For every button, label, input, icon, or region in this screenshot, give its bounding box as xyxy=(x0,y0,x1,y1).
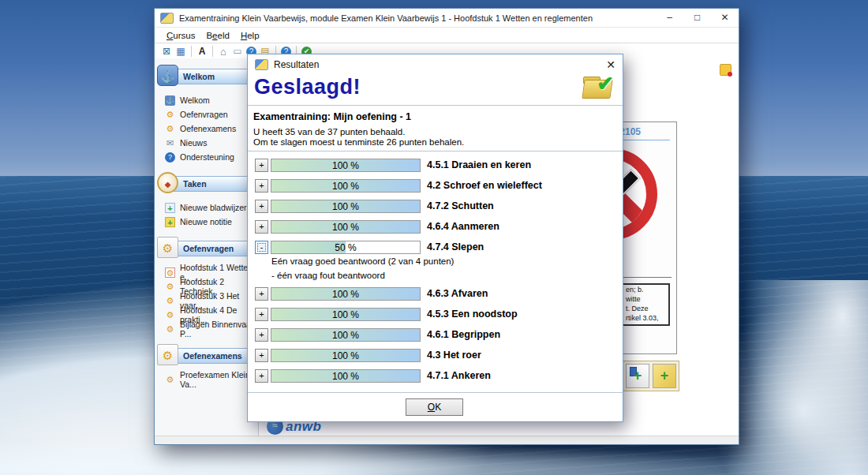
maximize-button[interactable]: □ xyxy=(683,9,711,27)
section-title: Taken xyxy=(166,176,256,192)
result-row: + 100 % 4.5.3 Een noodstop xyxy=(248,308,623,322)
question-icon: ? xyxy=(165,152,175,163)
progress-bar: 100 % xyxy=(271,308,421,321)
result-detail: - één vraag fout beantwoord xyxy=(271,271,385,280)
home-icon[interactable]: ⌂ xyxy=(217,46,230,58)
progress-bar: 100 % xyxy=(271,328,421,342)
section-title: Oefenexamens xyxy=(166,348,256,364)
section-title: Welkom xyxy=(166,69,256,84)
result-row: + 100 % 4.7.2 Schutten xyxy=(248,200,623,214)
progress-bar: 100 % xyxy=(271,200,421,213)
add-note-button[interactable]: + xyxy=(653,364,676,388)
section-header-taken[interactable]: ◆ Taken « xyxy=(155,174,258,195)
toolbar-separator xyxy=(191,46,192,57)
sidebar-item-ondersteuning[interactable]: ?Ondersteuning xyxy=(165,150,258,164)
sidebar-item-nieuws[interactable]: ✉Nieuws xyxy=(165,136,258,150)
gear-icon: ⚙ xyxy=(165,110,175,120)
progress-percent: 100 % xyxy=(271,350,420,362)
image-icon[interactable]: ▭ xyxy=(231,46,244,58)
topic-label: 4.6.3 Afvaren xyxy=(427,288,488,299)
add-note-icon: + xyxy=(165,217,175,227)
divider xyxy=(248,105,623,106)
gear-icon: ⚙ xyxy=(165,282,175,292)
anchor-icon: ⚓ xyxy=(165,95,175,106)
note-flag-icon[interactable] xyxy=(720,64,731,76)
menu-beeld[interactable]: Beeld xyxy=(200,31,234,40)
collapse-button[interactable]: - xyxy=(255,241,268,254)
menu-bar: Cursus Beeld Help xyxy=(155,27,739,43)
section-header-welkom[interactable]: ⚓ Welkom « xyxy=(155,66,258,88)
progress-percent: 100 % xyxy=(271,288,420,301)
progress-percent: 100 % xyxy=(271,200,420,213)
gear-icon: ⚙ xyxy=(165,375,175,385)
expand-button[interactable]: + xyxy=(255,159,268,172)
topic-label: 4.7.1 Ankeren xyxy=(427,370,491,381)
sidebar-item-proefexamen[interactable]: ⚙Proefexamen Klein Va... xyxy=(165,372,258,387)
dialog-titlebar: Resultaten ✕ xyxy=(248,54,623,75)
sidebar-item-nieuwe-notitie[interactable]: +Nieuwe notitie xyxy=(165,215,258,229)
expand-button[interactable]: + xyxy=(255,200,268,213)
sidebar-item-oefenexamens[interactable]: ⚙Oefenexamens xyxy=(165,122,258,136)
minimize-button[interactable]: – xyxy=(656,9,683,27)
result-row: + 100 % 4.7.1 Ankeren xyxy=(248,369,623,383)
add-bookmark-icon: + xyxy=(165,203,175,213)
expand-button[interactable]: + xyxy=(255,369,268,383)
check-icon: ✔ xyxy=(597,72,614,96)
divider xyxy=(248,392,623,393)
result-row: + 100 % 4.3 Het roer xyxy=(248,349,623,363)
sidebar-item-welkom[interactable]: ⚓Welkom xyxy=(165,93,258,107)
menu-cursus[interactable]: Cursus xyxy=(161,31,200,40)
expand-button[interactable]: + xyxy=(255,349,268,362)
window-title: Examentraining Klein Vaarbewijs, module … xyxy=(179,13,593,23)
close-grid-icon[interactable]: ⊠ xyxy=(160,46,173,58)
progress-percent: 100 % xyxy=(271,180,420,193)
expand-button[interactable]: + xyxy=(255,308,268,321)
sidebar-section-oefenexamens: ⚙ Oefenexamens « ⚙Proefexamen Klein Va..… xyxy=(155,346,258,387)
sidebar-item-oefenvragen[interactable]: ⚙Oefenvragen xyxy=(165,107,258,122)
topic-label: 4.5.1 Draaien en keren xyxy=(427,159,531,170)
result-row: + 100 % 4.6.3 Afvaren xyxy=(248,287,623,301)
progress-bar: 100 % xyxy=(271,287,421,301)
sidebar-item-nieuwe-bladwijzer[interactable]: +Nieuwe bladwijzer xyxy=(165,200,258,215)
plus-icon: + xyxy=(653,367,675,384)
expand-button[interactable]: + xyxy=(255,220,268,234)
dialog-title: Resultaten xyxy=(274,59,319,70)
topic-label: 4.5.3 Een noodstop xyxy=(427,309,518,320)
progress-percent: 100 % xyxy=(271,159,420,172)
gear-icon: ⚙ xyxy=(165,267,175,278)
section-header-oefenvragen[interactable]: ⚙ Oefenvragen « xyxy=(155,238,258,260)
menu-help[interactable]: Help xyxy=(235,31,265,40)
exercise-title: Examentraining: Mijn oefening - 1 xyxy=(253,111,411,122)
progress-percent: 100 % xyxy=(271,329,420,342)
topic-label: 4.2 Schroef en wieleffect xyxy=(427,180,542,191)
topic-label: 4.7.2 Schutten xyxy=(427,200,494,211)
section-header-oefenexamens[interactable]: ⚙ Oefenexamens « xyxy=(155,346,258,367)
calendar-icon[interactable]: ▦ xyxy=(174,46,187,58)
progress-bar: 100 % xyxy=(271,220,421,234)
news-icon: ✉ xyxy=(165,138,175,148)
status-bar xyxy=(155,436,739,444)
toolbar-separator xyxy=(212,46,213,57)
window-titlebar: Examentraining Klein Vaarbewijs, module … xyxy=(155,9,739,27)
expand-button[interactable]: + xyxy=(255,328,268,342)
compass-icon: ◆ xyxy=(157,172,178,193)
gear-document-icon: ⚙ xyxy=(157,344,178,365)
add-bookmark-button[interactable]: + xyxy=(626,364,649,388)
progress-bar: 100 % xyxy=(271,349,421,362)
progress-bar: 100 % xyxy=(271,159,421,172)
progress-percent: 100 % xyxy=(271,221,420,234)
points-required-text: Om te slagen moest u tenminste 26 punten… xyxy=(253,137,464,147)
result-headline: Geslaagd! xyxy=(254,75,361,99)
expand-button[interactable]: + xyxy=(255,287,268,301)
result-detail: Eén vraag goed beantwoord (2 van 4 punte… xyxy=(271,256,454,266)
expand-button[interactable]: + xyxy=(255,179,268,193)
sidebar: ⚓ Welkom « ⚓Welkom ⚙Oefenvragen ⚙Oefenex… xyxy=(155,58,259,436)
topic-label: 4.6.4 Aanmeren xyxy=(427,221,499,232)
sidebar-section-taken: ◆ Taken « +Nieuwe bladwijzer +Nieuwe not… xyxy=(155,174,258,229)
close-button[interactable]: ✕ xyxy=(711,9,739,27)
gear-icon: ⚙ xyxy=(165,124,175,134)
font-icon[interactable]: A xyxy=(196,46,208,58)
sidebar-item-bijlagen[interactable]: ⚙Bijlagen Binnenvaart P... xyxy=(165,322,258,336)
app-icon xyxy=(255,59,268,70)
ok-button[interactable]: OK xyxy=(406,398,463,416)
